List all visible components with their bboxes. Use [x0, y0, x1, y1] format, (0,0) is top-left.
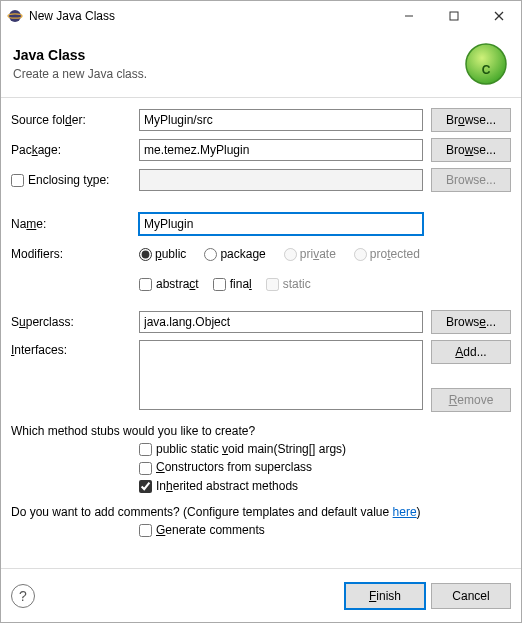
- content: Source folder: Browse... Package: Browse…: [1, 98, 521, 568]
- stub-main-checkbox[interactable]: public static void main(String[] args): [139, 442, 346, 456]
- footer: ? Finish Cancel: [1, 568, 521, 622]
- interfaces-remove-button: Remove: [431, 388, 511, 412]
- header-title: Java Class: [13, 47, 463, 63]
- source-folder-browse-button[interactable]: Browse...: [431, 108, 511, 132]
- superclass-label: Superclass:: [11, 315, 139, 329]
- close-button[interactable]: [476, 1, 521, 31]
- configure-templates-link[interactable]: here: [393, 505, 417, 519]
- class-icon: C: [463, 41, 509, 87]
- svg-text:C: C: [482, 63, 491, 77]
- modifier-final-checkbox[interactable]: final: [213, 277, 252, 291]
- help-button[interactable]: ?: [11, 584, 35, 608]
- interfaces-label: Interfaces:: [11, 340, 139, 357]
- finish-button[interactable]: Finish: [345, 583, 425, 609]
- window-title: New Java Class: [29, 9, 386, 23]
- minimize-button[interactable]: [386, 1, 431, 31]
- cancel-button[interactable]: Cancel: [431, 583, 511, 609]
- package-label: Package:: [11, 143, 139, 157]
- eclipse-icon: [7, 8, 23, 24]
- modifier-public-radio[interactable]: public: [139, 247, 186, 261]
- package-browse-button[interactable]: Browse...: [431, 138, 511, 162]
- svg-point-0: [9, 10, 21, 22]
- enclosing-type-browse-button: Browse...: [431, 168, 511, 192]
- maximize-button[interactable]: [431, 1, 476, 31]
- interfaces-add-button[interactable]: Add...: [431, 340, 511, 364]
- header-subtitle: Create a new Java class.: [13, 67, 463, 81]
- superclass-browse-button[interactable]: Browse...: [431, 310, 511, 334]
- name-input[interactable]: [139, 213, 423, 235]
- enclosing-type-input: [139, 169, 423, 191]
- enclosing-type-label: Enclosing type:: [11, 173, 139, 187]
- comments-question: Do you want to add comments? (Configure …: [11, 505, 511, 519]
- enclosing-type-checkbox[interactable]: [11, 174, 24, 187]
- source-folder-label: Source folder:: [11, 113, 139, 127]
- modifiers-label: Modifiers:: [11, 247, 139, 261]
- generate-comments-checkbox[interactable]: Generate comments: [139, 523, 265, 537]
- package-input[interactable]: [139, 139, 423, 161]
- modifier-package-radio[interactable]: package: [204, 247, 265, 261]
- stub-constructors-checkbox[interactable]: Constructors from superclass: [139, 460, 312, 474]
- method-stubs-question: Which method stubs would you like to cre…: [11, 424, 511, 438]
- source-folder-input[interactable]: [139, 109, 423, 131]
- titlebar: New Java Class: [1, 1, 521, 31]
- name-label: Name:: [11, 217, 139, 231]
- superclass-input[interactable]: [139, 311, 423, 333]
- stub-inherited-checkbox[interactable]: Inherited abstract methods: [139, 479, 298, 493]
- modifier-abstract-checkbox[interactable]: abstract: [139, 277, 199, 291]
- modifier-static-checkbox: static: [266, 277, 311, 291]
- modifier-private-radio: private: [284, 247, 336, 261]
- modifier-protected-radio: protected: [354, 247, 420, 261]
- header: Java Class Create a new Java class. C: [1, 31, 521, 98]
- interfaces-list[interactable]: [139, 340, 423, 410]
- dialog-window: New Java Class Java Class Create a new J…: [0, 0, 522, 623]
- svg-rect-3: [450, 12, 458, 20]
